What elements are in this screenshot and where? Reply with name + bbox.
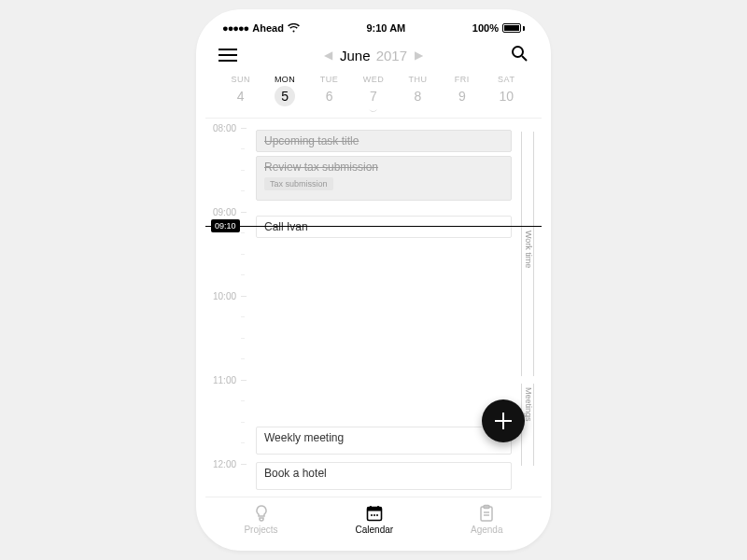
day-num: 10 [496,86,516,106]
timeline[interactable]: 08:00 09:00 10:00 11:00 12:00 [205,119,542,497]
hour-label: 11:00 [213,375,236,385]
now-indicator-line [205,226,542,227]
side-track-label: Meetings [524,387,533,422]
day-col-wed[interactable]: WED 7 [351,75,395,106]
lightbulb-icon [252,504,271,523]
search-icon[interactable] [510,44,529,66]
prev-month-button[interactable]: ◀ [324,49,332,62]
day-col-tue[interactable]: TUE 6 [307,75,351,106]
side-track-label: Work time [524,231,533,268]
day-col-mon[interactable]: MON 5 [262,75,306,106]
nav-projects[interactable]: Projects [244,504,277,535]
month-navigator: ◀ June 2017 ▶ [324,48,423,63]
hour-scale: 08:00 09:00 10:00 11:00 12:00 [205,119,248,497]
wifi-icon [288,23,300,33]
day-name: WED [363,75,385,84]
day-num: 6 [319,86,340,106]
status-bar: ●●●●● Ahead 9:10 AM 100% [205,19,542,35]
signal-dots-icon: ●●●●● [222,22,248,34]
nav-calendar[interactable]: Calendar [356,504,394,535]
day-name: FRI [455,75,470,84]
event-review-tax[interactable]: Review tax submission Tax submission [256,156,512,201]
plus-icon [494,412,513,430]
event-call-ivan[interactable]: Call Ivan [256,216,512,238]
svg-point-7 [374,514,375,516]
hour-label: 10:00 [213,291,236,301]
nav-label: Calendar [356,525,394,535]
event-weekly-meeting[interactable]: Weekly meeting [256,427,512,455]
event-title: Book a hotel [264,467,327,480]
event-upcoming-task[interactable]: Upcoming task title [256,130,512,152]
day-num: 4 [231,86,251,106]
hour-label: 08:00 [213,123,236,133]
day-col-sat[interactable]: SAT 10 [485,75,529,106]
bottom-nav: Projects Calendar Agenda [205,497,542,541]
nav-label: Agenda [471,525,502,535]
event-tag: Tax submission [264,177,333,190]
svg-point-0 [513,47,523,57]
year-label: 2017 [376,48,407,63]
day-col-fri[interactable]: FRI 9 [440,75,484,106]
menu-icon[interactable] [218,49,237,62]
side-track-work: Work time [521,132,534,376]
event-title: Upcoming task title [264,134,359,147]
now-indicator-badge: 09:10 [211,219,240,232]
add-button[interactable] [482,399,525,442]
day-name: MON [275,75,296,84]
battery-icon [502,23,525,33]
next-month-button[interactable]: ▶ [415,49,423,62]
day-num: 5 [275,86,295,106]
phone-frame: ●●●●● Ahead 9:10 AM 100% [196,9,551,551]
day-num: 7 [363,86,384,106]
day-name: THU [408,75,427,84]
day-col-thu[interactable]: THU 8 [396,75,440,106]
hour-label: 12:00 [213,459,236,469]
event-book-hotel[interactable]: Book a hotel [256,462,512,490]
day-name: SAT [498,75,514,84]
day-name: TUE [320,75,339,84]
week-day-strip: SUN 4 MON 5 TUE 6 WED 7 [218,69,529,108]
week-expand-handle-icon[interactable]: ︶ [218,108,529,118]
day-name: SUN [231,75,250,84]
battery-percent: 100% [472,22,499,34]
event-title: Review tax submission [264,161,378,174]
day-num: 9 [452,86,472,106]
calendar-icon [365,504,384,523]
day-col-sun[interactable]: SUN 4 [218,75,262,106]
month-label: June [340,48,371,63]
clipboard-icon [477,504,496,523]
svg-line-1 [522,56,527,61]
nav-label: Projects [244,525,277,535]
nav-agenda[interactable]: Agenda [471,504,502,535]
event-title: Weekly meeting [264,431,344,444]
header: ◀ June 2017 ▶ SUN 4 [205,35,542,119]
svg-rect-3 [367,508,381,511]
hour-label: 09:00 [213,207,236,217]
clock-label: 9:10 AM [366,22,405,34]
svg-point-8 [376,514,378,516]
day-num: 8 [407,86,428,106]
carrier-label: Ahead [252,22,284,34]
svg-point-6 [371,514,373,516]
event-title: Call Ivan [264,220,308,233]
